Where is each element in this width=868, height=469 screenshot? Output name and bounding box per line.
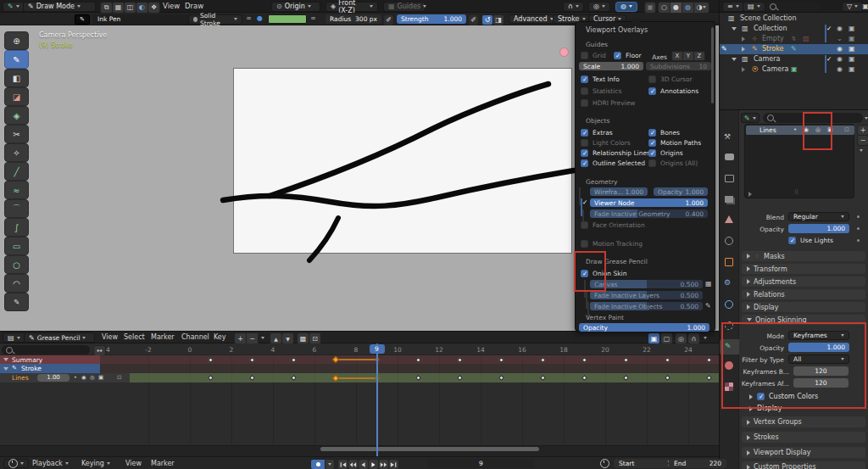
tint-tool[interactable]: ◈ — [4, 106, 29, 125]
advanced-dropdown[interactable]: Advanced — [509, 14, 559, 24]
motion-tracking-checkbox[interactable]: Motion Tracking — [581, 240, 643, 248]
onion-skin-toggle-icon[interactable]: ◉ — [81, 374, 86, 381]
menu-playback[interactable]: Playback — [32, 460, 69, 467]
snap-key-icon[interactable]: ∩ — [687, 332, 700, 344]
eye-icon[interactable]: ◉ — [837, 64, 843, 75]
outliner-row-stroke[interactable]: ✎ ✎ Stroke ✎ ◉ ▣ — [720, 44, 868, 54]
menu-marker[interactable]: Marker — [151, 460, 175, 467]
layer-row-lines[interactable]: Lines • ◉ ◎ ▣ ⊡ — [746, 126, 854, 135]
section-onion-skinning[interactable]: Onion Skinning — [742, 315, 865, 325]
end-frame-field[interactable]: End220 — [669, 459, 726, 468]
eye-toggle-icon[interactable]: ◎ — [90, 374, 95, 381]
delete-key-button[interactable]: − — [246, 332, 259, 344]
axis-x-button[interactable]: X — [671, 51, 683, 61]
editor-type-selector[interactable]: ▤ — [3, 332, 25, 343]
shading-rendered-icon[interactable]: ◑ — [693, 2, 709, 14]
menu-channel[interactable]: Channel — [181, 333, 209, 341]
shading-solid-icon[interactable]: ● — [670, 2, 682, 14]
wireframe-slider[interactable]: Wirefra...1.000 — [590, 187, 648, 196]
circle-tool[interactable]: ○ — [4, 255, 29, 274]
section-vertex-groups[interactable]: Vertex Groups — [742, 416, 865, 427]
camera-toggle-icon[interactable]: ▣ — [849, 44, 855, 54]
drawing-plane-dropdown[interactable]: ◈ Front (X-Z) — [326, 2, 378, 12]
filter-dropdown[interactable]: All — [788, 355, 849, 364]
mode-dropdown[interactable]: ✎ Draw Mode — [23, 2, 96, 12]
cutter-tool[interactable]: ✂ — [4, 125, 29, 143]
opacity-anim-dot[interactable] — [857, 227, 860, 230]
section-custom-properties[interactable]: Custom Properties — [742, 461, 865, 469]
overlays-dropdown[interactable]: ◍ — [615, 2, 637, 12]
horizontal-scrollbar[interactable] — [320, 447, 539, 451]
shading-material-icon[interactable]: ◍ — [682, 2, 694, 14]
viewer-node-slider[interactable]: Viewer Node1.000 — [590, 198, 708, 207]
section-viewport-display[interactable]: Viewport Display — [742, 447, 865, 458]
snap-dropdown[interactable]: ∩ — [563, 2, 584, 12]
section-relations[interactable]: Relations — [742, 289, 865, 299]
menu-key[interactable]: Key — [214, 333, 226, 341]
copy-icon[interactable]: ▦ — [112, 2, 125, 14]
section-adjustments[interactable]: Adjustments — [742, 276, 865, 287]
editor-type-selector[interactable] — [3, 459, 29, 468]
editor-type-selector[interactable]: ✎ — [3, 2, 25, 12]
stroke-placement-dropdown[interactable]: ⊙ Origin — [271, 2, 320, 12]
tab-scene-icon[interactable] — [725, 215, 733, 223]
material-dropdown[interactable]: Solid Stroke — [188, 14, 242, 25]
interpolate-tool[interactable]: ◠ — [4, 274, 29, 293]
dopesheet-mode-dropdown[interactable]: ✎ Grease Pencil — [24, 332, 95, 343]
outliner-search[interactable] — [765, 2, 820, 11]
sync-icon[interactable]: ▣ — [648, 332, 660, 344]
origins-checkbox[interactable]: Origins — [648, 149, 683, 157]
shading-wireframe-icon[interactable]: ○ — [658, 2, 670, 14]
outliner-options-icon[interactable]: ▣ — [860, 2, 868, 12]
eyedropper-tool[interactable]: ✧ — [4, 143, 29, 162]
scale-slider[interactable]: Scale1.000 — [579, 62, 643, 70]
annotations-checkbox[interactable]: Annotations — [648, 87, 698, 95]
menu-draw[interactable]: Draw — [185, 2, 203, 10]
guides-dropdown[interactable]: ▦ Guides — [383, 2, 426, 12]
opacity-slider[interactable]: 1.000 — [788, 224, 849, 233]
statistics-checkbox[interactable]: Statistics — [581, 87, 621, 95]
menu-view[interactable]: View — [102, 333, 118, 341]
properties-breadcrumb-icon[interactable]: ✎ — [741, 113, 760, 123]
expand-icon[interactable] — [732, 58, 737, 61]
channel-dot-icon[interactable]: • — [74, 374, 77, 381]
mirror-icon[interactable]: ◫ — [124, 2, 136, 14]
onion-skin-checkbox[interactable]: Onion Skin — [581, 270, 626, 277]
radius-slider[interactable]: Radius 300 px — [326, 14, 381, 24]
channel-dot-icon[interactable]: • — [793, 126, 797, 133]
auto-key-button[interactable] — [310, 459, 326, 469]
expand-icon[interactable] — [3, 358, 8, 361]
channel-object-stroke[interactable]: ✎ Stroke — [0, 364, 100, 373]
header-more-chevron[interactable] — [704, 337, 707, 339]
menu-select[interactable]: Select — [124, 333, 145, 341]
radius-pressure-icon[interactable]: ✐ — [383, 14, 394, 25]
grid-checkbox[interactable]: Grid — [581, 52, 606, 59]
channel-summary[interactable]: Summary — [0, 355, 100, 364]
box-tool[interactable]: ▭ — [4, 237, 29, 255]
kf-before-field[interactable]: 120 — [793, 366, 849, 376]
extras-checkbox[interactable]: Extras — [581, 129, 613, 137]
move-down-button[interactable]: ▼ — [281, 332, 294, 344]
fade-layers-slider[interactable]: Fade Inactive Layers0.500 — [590, 291, 703, 299]
link2-icon[interactable]: ∞ — [310, 14, 316, 22]
channel-layer-lines[interactable]: Lines 1.00 • ◉ ◎ ▣ ⊡ — [0, 373, 130, 382]
use-lights-checkbox[interactable]: Use Lights — [788, 237, 833, 244]
cursor-3d-checkbox[interactable]: 3D Cursor — [648, 75, 693, 83]
os-display-expand-icon[interactable] — [749, 406, 753, 411]
camera-toggle-icon[interactable]: ▣ — [849, 34, 855, 44]
custom-colors-expand-icon[interactable] — [749, 394, 753, 399]
color-swatch[interactable] — [268, 14, 307, 24]
playhead-line[interactable] — [376, 343, 378, 456]
section-strokes[interactable]: Strokes — [742, 432, 865, 443]
menu-view[interactable]: View — [125, 460, 142, 467]
tab-view-layer-icon[interactable] — [725, 196, 733, 203]
xray-icon[interactable]: ▣ — [644, 2, 656, 14]
geometry-opacity-slider[interactable]: Opacity1.000 — [654, 187, 708, 196]
floor-checkbox[interactable]: Floor — [614, 52, 642, 59]
proportional-edit-dropdown[interactable]: ◎ — [588, 2, 610, 12]
fade-objects-gp-icon[interactable]: ✎ — [705, 302, 711, 310]
use-preview-range-icon[interactable] — [598, 459, 610, 468]
auto-masking-icon[interactable]: ◨ — [492, 14, 504, 25]
outliner-row-scene-collection[interactable]: ▥ Scene Collection — [720, 14, 868, 24]
layer-remove-button[interactable]: − — [857, 135, 868, 146]
